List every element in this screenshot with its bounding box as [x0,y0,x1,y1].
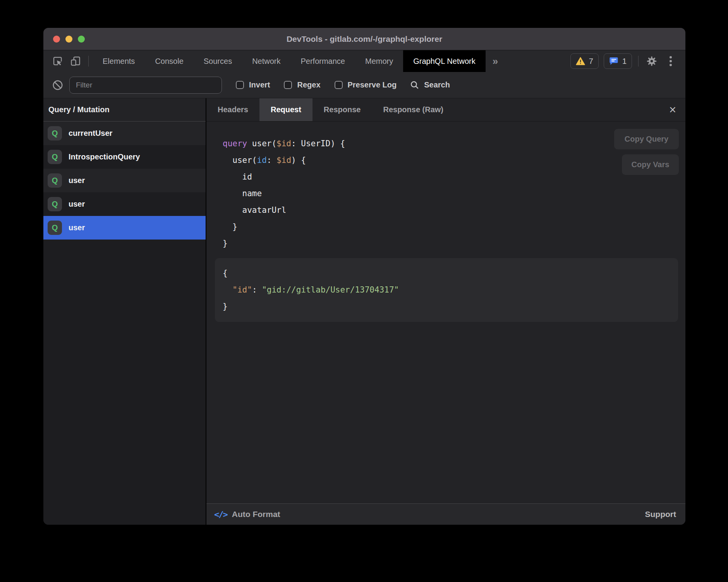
query-list-item-user-2[interactable]: Quser [43,169,206,192]
checkbox-invert[interactable]: Invert [236,80,270,89]
code-line: id [223,169,685,185]
tab-console[interactable]: Console [145,50,193,72]
inspect-element-icon[interactable] [51,55,64,68]
main-tab-strip: ElementsConsoleSourcesNetworkPerformance… [93,50,486,72]
query-type-badge: Q [48,197,62,211]
auto-format-button[interactable]: </> Auto Format [214,510,280,519]
code-line: user(id: $id) { [223,152,685,169]
checkbox-regex[interactable]: Regex [284,80,320,89]
checkbox-label: Invert [249,80,270,89]
tab-memory[interactable]: Memory [355,50,403,72]
warning-count: 7 [589,57,593,66]
tab-graphql-network[interactable]: GraphQL Network [403,50,485,72]
devtools-tab-bar: ElementsConsoleSourcesNetworkPerformance… [43,50,685,72]
tab-performance[interactable]: Performance [291,50,355,72]
query-type-badge: Q [48,221,62,235]
detail-tab-response[interactable]: Response [312,98,372,121]
code-line: avatarUrl [223,202,685,219]
message-count: 1 [622,57,627,66]
device-toolbar-icon[interactable] [69,55,82,68]
devtools-window: DevTools - gitlab.com/-/graphql-explorer… [43,28,685,525]
graphql-query-code: query user($id: UserID) { user(id: $id) … [223,135,685,252]
minimize-window-button[interactable] [65,36,72,43]
detail-tab-bar: HeadersRequestResponseResponse (Raw) × [206,98,685,122]
detail-tab-headers[interactable]: Headers [206,98,259,121]
title-bar: DevTools - gitlab.com/-/graphql-explorer [43,28,685,50]
filter-toolbar: InvertRegexPreserve Log Search [43,72,685,98]
query-name-label: currentUser [69,129,112,138]
copy-vars-button[interactable]: Copy Vars [622,154,679,175]
auto-format-label: Auto Format [232,510,280,519]
status-badges: 7 1 [570,50,685,72]
search-label: Search [424,80,450,89]
query-variables-box: { "id": "gid://gitlab/User/13704317"} [215,258,678,322]
settings-gear-icon[interactable] [645,54,659,68]
checkbox-box [335,81,343,89]
content-area: Query / Mutation QcurrentUserQIntrospect… [43,98,685,525]
copy-query-button[interactable]: Copy Query [614,129,679,149]
query-list-item-user-3[interactable]: Quser [43,192,206,216]
query-type-badge: Q [48,150,62,164]
close-detail-icon[interactable]: × [660,104,685,116]
warnings-badge[interactable]: 7 [570,53,599,69]
code-line: } [223,219,685,235]
support-link[interactable]: Support [645,510,676,519]
checkbox-label: Preserve Log [348,80,397,89]
clear-block-icon[interactable] [52,79,64,91]
warning-icon [576,57,585,65]
message-icon [609,57,618,65]
query-type-badge: Q [48,126,62,140]
checkbox-strip: InvertRegexPreserve Log [222,80,397,89]
detail-tab-request[interactable]: Request [259,98,312,121]
more-options-dots-icon[interactable] [664,54,678,68]
query-name-label: user [69,176,85,185]
query-name-label: user [69,223,85,232]
issues-badge[interactable]: 1 [604,53,632,69]
query-list-item-user-4[interactable]: Quser [43,216,206,240]
query-list-header: Query / Mutation [43,98,206,122]
tab-network[interactable]: Network [242,50,290,72]
code-line: "id": "gid://gitlab/User/13704317" [223,282,670,298]
zoom-window-button[interactable] [78,36,85,43]
detail-tab-response-raw[interactable]: Response (Raw) [372,98,455,121]
code-line: } [223,298,670,315]
checkbox-box [284,81,292,89]
badge-separator [638,56,639,67]
query-type-badge: Q [48,173,62,188]
tab-elements[interactable]: Elements [93,50,145,72]
filter-input[interactable] [69,77,222,94]
detail-tab-strip: HeadersRequestResponseResponse (Raw) [206,98,455,121]
checkbox-preserve-log[interactable]: Preserve Log [335,80,397,89]
query-list-item-introspectionquery-1[interactable]: QIntrospectionQuery [43,145,206,169]
search-toggle[interactable]: Search [410,80,450,90]
query-list-panel: Query / Mutation QcurrentUserQIntrospect… [43,98,206,525]
window-title: DevTools - gitlab.com/-/graphql-explorer [43,34,685,44]
request-detail-panel: HeadersRequestResponseResponse (Raw) × q… [206,98,685,525]
more-tabs-chevron-icon[interactable]: » [486,55,505,67]
query-list-item-currentuser-0[interactable]: QcurrentUser [43,122,206,145]
toolbar-separator [88,56,89,67]
checkbox-box [236,81,244,89]
query-name-label: user [69,200,85,209]
request-tab-content: query user($id: UserID) { user(id: $id) … [206,122,685,503]
code-line: { [223,265,670,282]
code-brackets-icon: </> [214,510,227,519]
search-icon [410,80,420,90]
code-line: } [223,235,685,252]
detail-footer: </> Auto Format Support [206,503,685,525]
checkbox-label: Regex [297,80,320,89]
query-list: QcurrentUserQIntrospectionQueryQuserQuse… [43,122,206,240]
traffic-lights [43,36,85,43]
code-line: name [223,185,685,202]
close-window-button[interactable] [53,36,60,43]
query-name-label: IntrospectionQuery [69,152,140,161]
tab-sources[interactable]: Sources [194,50,242,72]
